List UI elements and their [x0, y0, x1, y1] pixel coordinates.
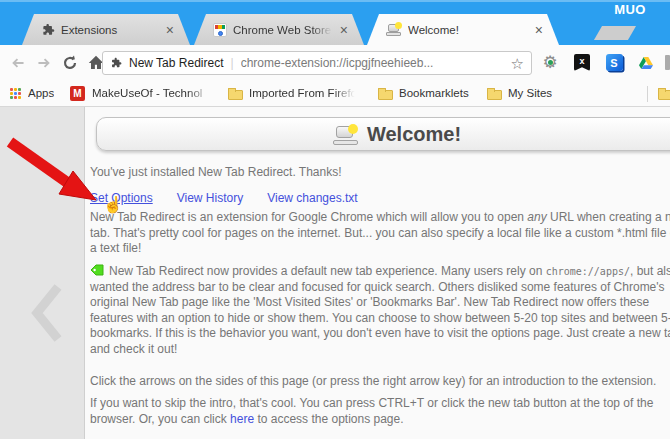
paragraph-1: New Tab Redirect is an extension for Goo… — [90, 210, 670, 257]
url-text: chrome-extension://icpgjfneehieeb... — [241, 56, 504, 70]
google-drive-icon — [638, 56, 654, 70]
new-tab-redirect-logo — [333, 124, 360, 145]
tab-webstore[interactable]: Chrome Web Store - new × — [194, 14, 364, 45]
forward-icon[interactable] — [34, 53, 54, 73]
chrome-webstore-icon — [213, 23, 227, 37]
tab-strip: MUO Extensions × Chrome Web Store - new … — [0, 0, 670, 45]
google-drive-extension-icon[interactable] — [637, 53, 655, 72]
bookmark-folder-bookmarklets[interactable]: Bookmarklets — [399, 87, 469, 99]
omnibox[interactable]: New Tab Redirect | chrome-extension://ic… — [102, 51, 532, 75]
here-link[interactable]: here — [230, 412, 254, 426]
folder-icon — [378, 90, 393, 100]
bookmark-folder-my-sites[interactable]: My Sites — [508, 87, 552, 99]
view-history-link[interactable]: View History — [177, 191, 243, 205]
intro-text: You've just installed New Tab Redirect. … — [90, 165, 342, 179]
paragraph-3: Click the arrows on the sides of this pa… — [90, 374, 656, 390]
paragraph-2: New Tab Redirect now provides a default … — [90, 264, 670, 357]
tab-label: Chrome Web Store - new — [233, 24, 334, 36]
s-extension-icon[interactable]: S — [605, 53, 623, 72]
folder-icon — [228, 90, 243, 100]
links-row: Set Options View History View changes.tx… — [90, 191, 358, 205]
welcome-panel: Welcome! You've just installed New Tab R… — [84, 107, 670, 439]
back-icon[interactable] — [8, 53, 28, 73]
badge-extension-icon[interactable]: x — [573, 53, 591, 72]
reload-icon[interactable] — [60, 53, 80, 73]
red-arrow-annotation — [2, 134, 102, 206]
tab-label: Welcome! — [408, 24, 529, 36]
page-title: Welcome! — [367, 123, 461, 146]
view-changes-link[interactable]: View changes.txt — [267, 191, 358, 205]
new-tab-button[interactable] — [594, 26, 636, 40]
toolbar: New Tab Redirect | chrome-extension://ic… — [0, 45, 670, 81]
puzzle-icon — [110, 57, 122, 69]
tab-extensions[interactable]: Extensions × — [22, 14, 190, 45]
new-tab-redirect-icon — [386, 23, 402, 36]
emphasis-any: any — [527, 210, 546, 224]
bookmarks-bar: Apps M MakeUseOf - Technol Imported From… — [0, 81, 670, 107]
bookmark-folder-imported[interactable]: Imported From Firefo — [249, 87, 357, 99]
extension-name-badge: New Tab Redirect — [129, 56, 224, 70]
close-icon[interactable]: × — [535, 23, 543, 37]
gear-center-dot — [548, 60, 553, 65]
partial-extension-icon[interactable] — [665, 55, 670, 70]
folder-icon — [487, 90, 502, 100]
tab-label: Extensions — [61, 24, 160, 36]
chevron-left-icon[interactable] — [30, 282, 64, 344]
green-tag-icon — [90, 264, 104, 276]
makeuseof-icon: M — [70, 86, 85, 101]
tabstrip-highlight — [0, 0, 670, 2]
folder-icon — [658, 90, 670, 100]
close-icon[interactable]: × — [166, 23, 174, 37]
browser-window: MUO Extensions × Chrome Web Store - new … — [0, 0, 670, 439]
watermark-muo: MUO — [614, 2, 646, 17]
code-chrome-apps: chrome://apps/ — [546, 266, 630, 277]
puzzle-icon — [41, 23, 55, 37]
apps-grid-icon — [10, 88, 21, 99]
omnibox-separator: | — [231, 56, 234, 70]
paragraph-4: If you want to skip the intro, that's co… — [90, 396, 653, 427]
gear-extension-icon[interactable]: ⚙ — [541, 53, 559, 72]
bookmark-makeuseof[interactable]: MakeUseOf - Technol — [92, 87, 214, 99]
welcome-header: Welcome! — [96, 117, 670, 151]
bookmarks-separator — [647, 86, 648, 102]
bookmark-apps[interactable]: Apps — [28, 87, 54, 99]
close-icon[interactable]: × — [340, 23, 348, 37]
bookmark-star-icon[interactable]: ☆ — [511, 56, 524, 71]
hand-cursor-icon: ☝ — [103, 195, 123, 214]
tab-welcome[interactable]: Welcome! × — [367, 14, 559, 45]
